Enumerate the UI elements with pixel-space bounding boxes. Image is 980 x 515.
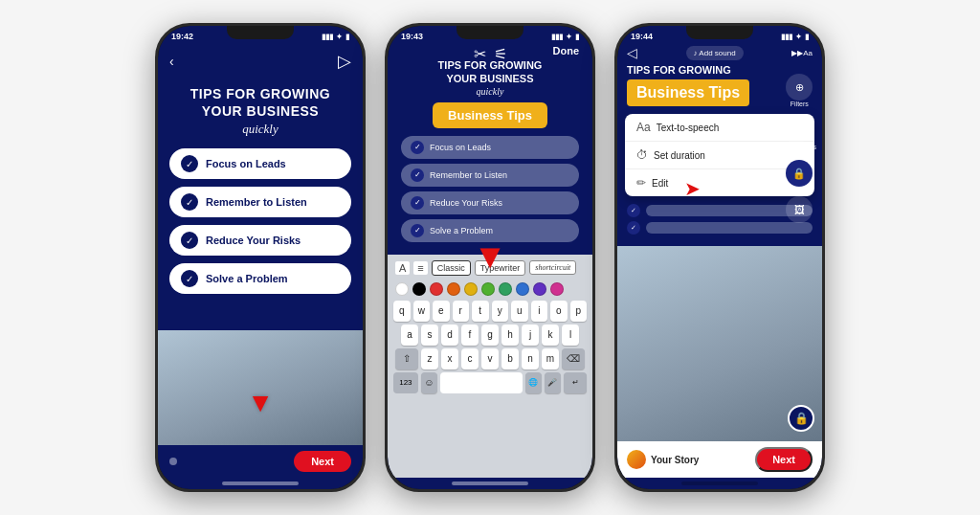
key-e[interactable]: e xyxy=(433,301,450,322)
p2-text-4: Solve a Problem xyxy=(430,226,493,235)
key-y[interactable]: y xyxy=(492,301,509,322)
color-purple[interactable] xyxy=(533,282,546,296)
color-yellow[interactable] xyxy=(464,282,478,296)
back-circle-icon[interactable]: ◁ xyxy=(627,45,637,60)
tts-icon: Aa xyxy=(636,121,651,134)
key-shift[interactable]: ⇧ xyxy=(395,348,418,369)
key-z[interactable]: z xyxy=(421,348,438,369)
your-story-button[interactable]: Your Story xyxy=(627,450,699,469)
font-align-icon[interactable]: A xyxy=(395,261,410,275)
battery-icon-3: ▮ xyxy=(805,33,809,41)
time-2: 19:43 xyxy=(401,32,423,41)
adjust-icon[interactable]: ⊞ xyxy=(783,117,810,144)
color-green[interactable] xyxy=(481,282,495,296)
play-icon-1[interactable]: ▷ xyxy=(338,51,351,72)
next-button-1[interactable]: Next xyxy=(294,451,351,472)
key-delete[interactable]: ⌫ xyxy=(562,348,585,369)
gallery-icon[interactable]: 🖼 xyxy=(786,196,813,223)
key-o[interactable]: o xyxy=(550,301,568,322)
color-red[interactable] xyxy=(430,282,443,296)
key-x[interactable]: x xyxy=(441,348,458,369)
business-tips-pill-2[interactable]: Business Tips xyxy=(433,102,547,128)
key-s[interactable]: s xyxy=(421,325,438,346)
time-3: 19:44 xyxy=(631,32,653,41)
key-l[interactable]: l xyxy=(562,325,579,346)
signal-icon-3: ▮▮▮ xyxy=(781,33,792,41)
key-n[interactable]: n xyxy=(522,348,539,369)
duration-label: Set duration xyxy=(654,150,705,161)
p2-check-4: ✓ xyxy=(411,224,424,237)
key-c[interactable]: c xyxy=(461,348,479,369)
phone-notch-1 xyxy=(227,26,294,39)
phone-notch-2 xyxy=(457,26,523,39)
key-g[interactable]: g xyxy=(481,325,499,346)
key-b[interactable]: b xyxy=(501,348,519,369)
color-white[interactable] xyxy=(395,282,409,296)
status-icons-2: ▮▮▮ ✦ ▮ xyxy=(551,33,579,41)
battery-icon-2: ▮ xyxy=(575,33,579,41)
key-row-1: q w e r t y u i o p xyxy=(391,301,589,322)
home-indicator-3 xyxy=(681,481,758,485)
wifi-icon-3: ✦ xyxy=(795,33,802,41)
phone1-subtitle: quickly xyxy=(169,122,351,137)
font-classic[interactable]: Classic xyxy=(432,260,471,276)
key-emoji[interactable]: ☺ xyxy=(421,372,437,393)
bottom-kb-row: 123 ☺ 🌐 🎤 ↵ xyxy=(391,372,589,393)
color-orange[interactable] xyxy=(447,282,460,296)
key-v[interactable]: v xyxy=(481,348,499,369)
filters-icon[interactable]: ⊕ xyxy=(786,74,813,101)
key-w[interactable]: w xyxy=(413,301,431,322)
status-icons-3: ▮▮▮ ✦ ▮ xyxy=(781,33,809,41)
key-d[interactable]: d xyxy=(441,325,458,346)
key-u[interactable]: u xyxy=(511,301,528,322)
signal-icon: ▮▮▮ xyxy=(322,33,333,41)
font-handwrite[interactable]: shortcircuit xyxy=(529,260,576,275)
text-tool-button[interactable]: ▶▶Aa xyxy=(791,49,813,57)
lock-icon[interactable]: 🔒 xyxy=(786,160,813,187)
color-teal[interactable] xyxy=(499,282,512,296)
phone-1-screen: 19:42 ▮▮▮ ✦ ▮ ‹ ▷ TIPS FO xyxy=(158,26,363,489)
key-space[interactable] xyxy=(440,372,523,393)
filter-icon[interactable]: ⚟ xyxy=(494,45,507,63)
next-button-3[interactable]: Next xyxy=(755,447,813,472)
key-m[interactable]: m xyxy=(542,348,559,369)
key-r[interactable]: r xyxy=(453,301,470,322)
key-f[interactable]: f xyxy=(461,325,479,346)
color-blue[interactable] xyxy=(516,282,529,296)
key-globe[interactable]: 🌐 xyxy=(525,372,542,393)
scissors-icon[interactable]: ✂ xyxy=(474,45,486,63)
font-list-icon[interactable]: ≡ xyxy=(413,261,427,275)
p3-bottom-bar: Your Story Next xyxy=(617,441,822,478)
duration-icon: ⏱ xyxy=(636,148,648,162)
checklist-text-1: Focus on Leads xyxy=(206,158,286,169)
p2-check-3: ✓ xyxy=(411,196,424,210)
back-arrow-1[interactable]: ‹ xyxy=(169,54,174,69)
key-numbers[interactable]: 123 xyxy=(393,372,418,393)
key-p[interactable]: p xyxy=(570,301,588,322)
color-pink[interactable] xyxy=(550,282,564,296)
p3-check-2: ✓ xyxy=(627,221,640,235)
p2-item-2: ✓ Remember to Listen xyxy=(401,164,579,187)
key-row-2: a s d f g h j k l xyxy=(391,325,589,346)
key-return[interactable]: ↵ xyxy=(564,372,587,393)
phone3-image: 🔒 xyxy=(617,246,822,441)
phone-3-screen: 19:44 ▮▮▮ ✦ ▮ ◁ ♪ Add sound ▶▶Aa xyxy=(617,26,822,489)
tts-label: Text-to-speech xyxy=(657,123,720,133)
add-sound-button[interactable]: ♪ Add sound xyxy=(686,46,744,60)
wifi-icon: ✦ xyxy=(336,33,343,41)
key-a[interactable]: a xyxy=(401,325,418,346)
p2-check-1: ✓ xyxy=(411,141,424,154)
checklist-item-2: ✓ Remember to Listen xyxy=(169,187,351,217)
key-t[interactable]: t xyxy=(472,301,489,322)
key-k[interactable]: k xyxy=(542,325,559,346)
key-j[interactable]: j xyxy=(522,325,539,346)
key-mic[interactable]: 🎤 xyxy=(545,372,561,393)
key-q[interactable]: q xyxy=(393,301,411,322)
phone-1: 19:42 ▮▮▮ ✦ ▮ ‹ ▷ TIPS FO xyxy=(155,23,366,492)
done-button[interactable]: Done xyxy=(553,45,580,56)
key-row-3: ⇧ z x c v b n m ⌫ xyxy=(391,348,589,369)
key-i[interactable]: i xyxy=(531,301,548,322)
business-tips-yellow[interactable]: Business Tips xyxy=(627,79,749,106)
color-black[interactable] xyxy=(412,282,426,296)
key-h[interactable]: h xyxy=(501,325,519,346)
